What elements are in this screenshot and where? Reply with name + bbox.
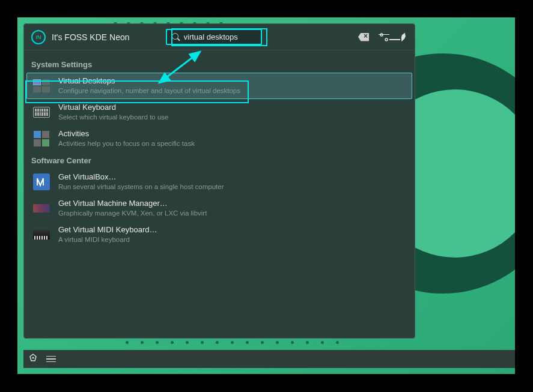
search-field-wrapper[interactable] bbox=[166, 29, 262, 45]
vkbd-icon bbox=[33, 104, 50, 121]
result-description: Select which virtual keyboard to use bbox=[58, 113, 168, 122]
search-result-item[interactable]: ActivitiesActivities help you to focus o… bbox=[26, 125, 412, 152]
search-result-item[interactable]: Get VirtualBox…Run several virtual syste… bbox=[26, 169, 412, 195]
result-title: Virtual Keyboard bbox=[58, 103, 168, 113]
result-description: Run several virtual systems on a single … bbox=[58, 182, 224, 191]
vbox-icon bbox=[33, 173, 50, 190]
menu-icon[interactable] bbox=[46, 356, 56, 363]
svg-point-0 bbox=[380, 34, 383, 36]
svg-point-3 bbox=[32, 357, 34, 359]
launcher-header: IN It's FOSS KDE Neon bbox=[24, 24, 415, 50]
result-description: Graphically manage KVM, Xen, or LXC via … bbox=[58, 209, 207, 218]
pin-icon[interactable] bbox=[398, 31, 409, 43]
result-description: A virtual MIDI keyboard bbox=[58, 235, 157, 244]
app-launcher-icon[interactable] bbox=[28, 353, 38, 365]
launcher-title: It's FOSS KDE Neon bbox=[52, 32, 130, 42]
result-title: Virtual Desktops bbox=[58, 76, 240, 86]
search-result-item[interactable]: Get Virtual MIDI Keyboard…A virtual MIDI… bbox=[26, 222, 412, 248]
application-launcher: IN It's FOSS KDE Neon System SettingsVir… bbox=[23, 23, 415, 339]
section-header: System Settings bbox=[25, 55, 413, 73]
result-description: Activities help you to focus on a specif… bbox=[58, 139, 195, 148]
result-title: Get Virtual Machine Manager… bbox=[58, 199, 207, 209]
search-result-item[interactable]: Get Virtual Machine Manager…Graphically … bbox=[26, 195, 412, 222]
distro-logo-icon: IN bbox=[31, 30, 46, 44]
act-icon bbox=[33, 130, 50, 147]
configure-icon[interactable] bbox=[379, 33, 389, 41]
desktop-wallpaper: IN It's FOSS KDE Neon System SettingsVir… bbox=[17, 17, 515, 374]
svg-point-1 bbox=[385, 38, 388, 41]
taskbar-panel bbox=[23, 350, 515, 368]
vmm-icon bbox=[33, 200, 50, 217]
clear-search-button[interactable] bbox=[358, 33, 369, 41]
search-icon bbox=[172, 33, 180, 41]
search-result-item[interactable]: Virtual KeyboardSelect which virtual key… bbox=[26, 99, 412, 125]
result-title: Get Virtual MIDI Keyboard… bbox=[58, 225, 157, 235]
vdesk-icon bbox=[33, 77, 50, 94]
search-input[interactable] bbox=[184, 32, 256, 41]
search-result-item[interactable]: Virtual DesktopsConfigure navigation, nu… bbox=[26, 73, 412, 99]
result-description: Configure navigation, number and layout … bbox=[58, 86, 240, 95]
midi-icon bbox=[33, 226, 50, 243]
result-title: Activities bbox=[58, 129, 195, 139]
result-title: Get VirtualBox… bbox=[58, 172, 224, 182]
section-header: Software Center bbox=[25, 151, 413, 169]
